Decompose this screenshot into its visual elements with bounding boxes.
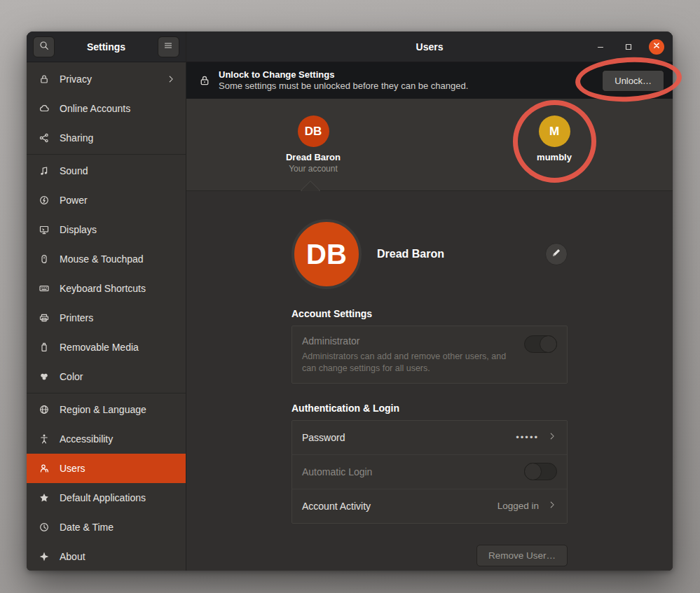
sidebar-item-accessibility[interactable]: Accessibility	[27, 424, 186, 454]
user-detail-panel: DB Dread Baron Account Settings Administ…	[186, 191, 673, 571]
search-icon	[39, 40, 50, 54]
section-heading-authentication: Authentication & Login	[291, 403, 568, 414]
sidebar-item-printers[interactable]: Printers	[27, 303, 186, 333]
carousel-user-mumbly[interactable]: M mumbly	[498, 116, 610, 162]
banner-text: Unlock to Change Settings Some settings …	[219, 69, 468, 92]
sidebar-item-removable-media[interactable]: Removable Media	[27, 333, 186, 362]
sidebar-item-label: Default Applications	[60, 492, 146, 503]
sidebar-item-label: Sharing	[60, 132, 93, 144]
remove-user-button[interactable]: Remove User…	[476, 545, 568, 566]
sidebar-item-date-time[interactable]: Date & Time	[27, 512, 186, 542]
search-button[interactable]	[33, 36, 55, 57]
carousel-user-name: mumbly	[498, 152, 610, 162]
password-row[interactable]: Password •••••	[292, 421, 567, 454]
sidebar-item-label: Users	[60, 463, 85, 474]
display-icon	[38, 224, 50, 235]
sidebar-item-label: Accessibility	[60, 433, 113, 445]
sidebar-item-default-applications[interactable]: Default Applications	[27, 483, 186, 512]
profile-name: Dread Baron	[377, 248, 444, 260]
lock-icon	[198, 74, 211, 87]
automatic-login-toggle[interactable]	[524, 463, 557, 480]
sidebar-item-sound[interactable]: Sound	[27, 156, 186, 186]
sidebar-item-label: Displays	[60, 224, 97, 235]
sidebar-nav: Privacy Online Accounts Sharing Sound Po…	[27, 62, 186, 571]
chevron-right-icon	[547, 431, 557, 443]
window-controls	[593, 32, 664, 62]
profile-avatar[interactable]: DB	[291, 219, 362, 289]
sidebar-item-label: Power	[60, 195, 88, 206]
sidebar-item-power[interactable]: Power	[27, 186, 186, 215]
window-title: Users	[416, 41, 444, 53]
sidebar: Settings Privacy Online Accounts Sharing	[27, 32, 186, 571]
keyboard-icon	[38, 283, 50, 294]
sparkle-icon	[38, 551, 50, 562]
sidebar-item-label: Color	[60, 371, 83, 382]
hamburger-menu-icon	[163, 40, 174, 54]
titlebar[interactable]: Users	[186, 32, 673, 62]
automatic-login-label: Automatic Login	[302, 466, 372, 477]
account-activity-row[interactable]: Account Activity Logged in	[292, 489, 567, 523]
password-value: •••••	[516, 432, 539, 442]
sidebar-item-sharing[interactable]: Sharing	[27, 123, 186, 153]
sidebar-header: Settings	[27, 32, 186, 62]
pencil-icon	[551, 247, 562, 261]
toggle-knob	[540, 335, 557, 353]
close-button[interactable]	[649, 39, 664, 55]
sidebar-item-label: Sound	[60, 165, 88, 176]
avatar: DB	[298, 116, 329, 147]
sidebar-item-users[interactable]: Users	[27, 454, 186, 483]
sidebar-item-keyboard-shortcuts[interactable]: Keyboard Shortcuts	[27, 274, 186, 303]
sidebar-item-label: About	[60, 551, 85, 562]
unlock-banner: Unlock to Change Settings Some settings …	[186, 62, 673, 99]
sidebar-item-label: Privacy	[60, 74, 92, 85]
sidebar-item-label: Keyboard Shortcuts	[60, 283, 146, 294]
administrator-description: Administrators can add and remove other …	[302, 351, 516, 375]
account-activity-label: Account Activity	[302, 501, 371, 512]
password-label: Password	[302, 432, 345, 443]
sidebar-item-about[interactable]: About	[27, 542, 186, 571]
star-icon	[38, 492, 50, 503]
automatic-login-row: Automatic Login	[292, 455, 567, 489]
sidebar-item-privacy[interactable]: Privacy	[27, 64, 186, 94]
menu-button[interactable]	[158, 36, 179, 57]
chevron-right-icon	[547, 500, 557, 512]
app-title: Settings	[87, 41, 125, 53]
power-icon	[38, 195, 50, 206]
globe-icon	[38, 404, 50, 415]
sidebar-separator	[27, 154, 186, 155]
administrator-toggle[interactable]	[524, 335, 557, 353]
users-icon	[38, 463, 50, 474]
sidebar-item-color[interactable]: Color	[27, 362, 186, 391]
share-icon	[38, 132, 50, 144]
sidebar-item-label: Printers	[60, 312, 93, 323]
toggle-knob	[524, 463, 542, 480]
maximize-button[interactable]	[621, 39, 636, 55]
user-carousel: DB Dread Baron Your account M mumbly	[186, 99, 673, 191]
sidebar-item-label: Region & Language	[60, 404, 146, 415]
sidebar-item-online-accounts[interactable]: Online Accounts	[27, 94, 186, 123]
sidebar-item-label: Date & Time	[60, 522, 114, 533]
administrator-row: Administrator Administrators can add and…	[292, 326, 567, 383]
mouse-icon	[38, 253, 50, 265]
carousel-user-name: Dread Baron	[257, 152, 369, 162]
cloud-icon	[38, 103, 50, 114]
account-activity-value: Logged in	[497, 501, 539, 511]
carousel-user-dread-baron[interactable]: DB Dread Baron Your account	[257, 116, 369, 174]
sidebar-item-region-language[interactable]: Region & Language	[27, 395, 186, 424]
color-icon	[38, 371, 50, 382]
chevron-right-icon	[166, 74, 176, 84]
authentication-card: Password ••••• Automatic Login	[291, 420, 568, 524]
sidebar-item-displays[interactable]: Displays	[27, 215, 186, 244]
edit-name-button[interactable]	[545, 243, 568, 265]
settings-window: Settings Privacy Online Accounts Sharing	[27, 32, 673, 571]
profile-row: DB Dread Baron	[291, 219, 568, 289]
carousel-user-subtitle: Your account	[257, 164, 369, 174]
sidebar-item-label: Online Accounts	[60, 103, 130, 114]
section-heading-account-settings: Account Settings	[291, 308, 568, 319]
minimize-button[interactable]	[593, 39, 608, 55]
administrator-label: Administrator	[302, 335, 516, 347]
account-settings-card: Administrator Administrators can add and…	[291, 326, 568, 384]
unlock-button[interactable]: Unlock…	[602, 70, 664, 92]
sidebar-item-mouse-touchpad[interactable]: Mouse & Touchpad	[27, 244, 186, 274]
music-note-icon	[38, 165, 50, 176]
